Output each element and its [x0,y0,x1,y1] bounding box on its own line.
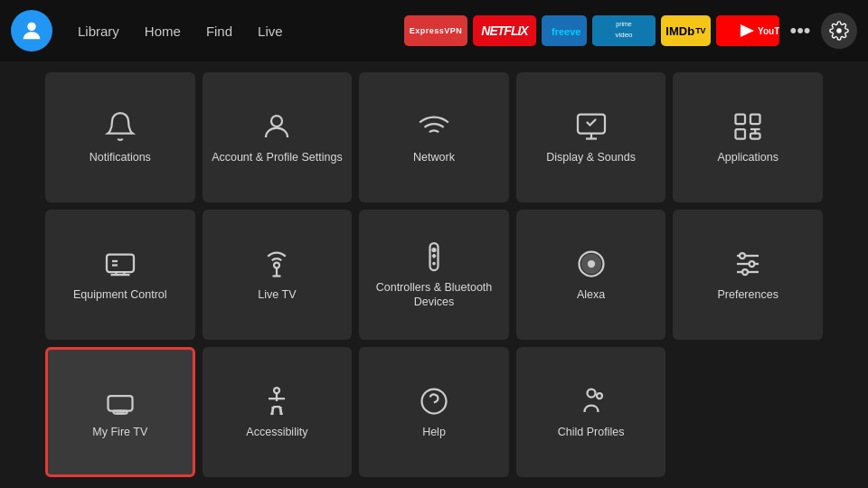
display-icon [575,110,608,143]
account-label: Account & Profile Settings [212,150,343,164]
apps-icon [731,110,764,143]
empty-cell [673,347,823,477]
firetv-icon [104,385,137,418]
person-icon [260,110,293,143]
grid-account[interactable]: Account & Profile Settings [203,72,353,202]
svg-rect-14 [750,114,760,124]
child-profiles-label: Child Profiles [558,425,625,439]
svg-text:YouTube: YouTube [758,26,779,36]
wifi-icon [418,110,450,143]
svg-text:video: video [615,31,633,39]
freevee-shortcut[interactable]: freevee [542,15,587,46]
help-icon [418,385,450,418]
grid-preferences[interactable]: Preferences [673,210,823,340]
more-button[interactable]: ••• [785,15,816,46]
user-avatar[interactable] [11,10,52,52]
bell-icon [104,110,137,143]
equipment-control-label: Equipment Control [73,287,167,302]
netflix-shortcut[interactable]: NETFLIX [473,15,536,46]
svg-rect-13 [736,114,746,124]
grid-live-tv[interactable]: Live TV [203,210,353,340]
live-tv-label: Live TV [258,287,296,302]
svg-point-47 [597,393,602,399]
my-fire-tv-label: My Fire TV [92,425,147,439]
grid-applications[interactable]: Applications [673,72,823,202]
svg-rect-15 [736,129,746,139]
network-label: Network [413,150,455,164]
svg-rect-39 [108,396,132,411]
settings-button[interactable] [821,13,857,49]
applications-label: Applications [717,150,778,164]
svg-point-37 [750,261,755,267]
grid-my-fire-tv[interactable]: My Fire TV [45,347,195,477]
svg-point-38 [742,269,748,275]
svg-text:prime: prime [616,21,632,28]
accessibility-icon [260,385,293,418]
youtube-shortcut[interactable]: YouTube [716,15,779,46]
svg-point-22 [274,262,279,267]
svg-point-42 [274,388,279,393]
expressvpn-shortcut[interactable]: ExpressVPN [404,15,467,46]
prime-shortcut[interactable]: prime video [592,15,656,46]
top-navigation: Library Home Find Live ExpressVPN NETFLI… [0,0,868,61]
antenna-icon [260,248,293,280]
grid-accessibility[interactable]: Accessibility [203,347,353,477]
svg-point-9 [271,116,282,127]
help-label: Help [422,425,446,439]
nav-live[interactable]: Live [247,18,294,44]
svg-text:freevee: freevee [552,26,580,37]
child-icon [575,385,608,418]
alexa-icon [575,248,608,280]
settings-grid: Notifications Account & Profile Settings… [0,61,868,488]
imdb-shortcut[interactable]: IMDbTV [661,15,711,46]
grid-display-sounds[interactable]: Display & Sounds [516,72,666,202]
alexa-label: Alexa [577,287,605,302]
sliders-icon [731,248,764,280]
grid-alexa[interactable]: Alexa [516,210,666,340]
grid-network[interactable]: Network [359,72,509,202]
accessibility-label: Accessibility [246,425,307,439]
grid-help[interactable]: Help [359,347,509,477]
svg-point-0 [27,23,35,31]
grid-notifications[interactable]: Notifications [45,72,195,202]
app-shortcuts: ExpressVPN NETFLIX freevee prime video I… [404,13,857,49]
remote-icon [418,240,450,273]
svg-rect-19 [107,254,134,272]
nav-home[interactable]: Home [134,18,192,44]
svg-rect-16 [750,133,760,138]
nav-library[interactable]: Library [67,18,130,44]
svg-point-29 [433,263,435,265]
svg-point-45 [421,389,446,413]
tv-icon [104,248,137,280]
svg-point-46 [587,389,595,397]
grid-equipment-control[interactable]: Equipment Control [45,210,195,340]
svg-point-32 [589,261,594,267]
nav-find[interactable]: Find [195,18,243,44]
svg-point-26 [432,249,435,251]
nav-links: Library Home Find Live [67,18,294,44]
grid-controllers[interactable]: Controllers & Bluetooth Devices [359,210,509,340]
notifications-label: Notifications [90,150,151,164]
grid-child-profiles[interactable]: Child Profiles [516,347,666,477]
svg-point-36 [740,253,745,258]
preferences-label: Preferences [717,287,778,302]
display-sounds-label: Display & Sounds [546,150,636,164]
controllers-label: Controllers & Bluetooth Devices [364,280,504,310]
